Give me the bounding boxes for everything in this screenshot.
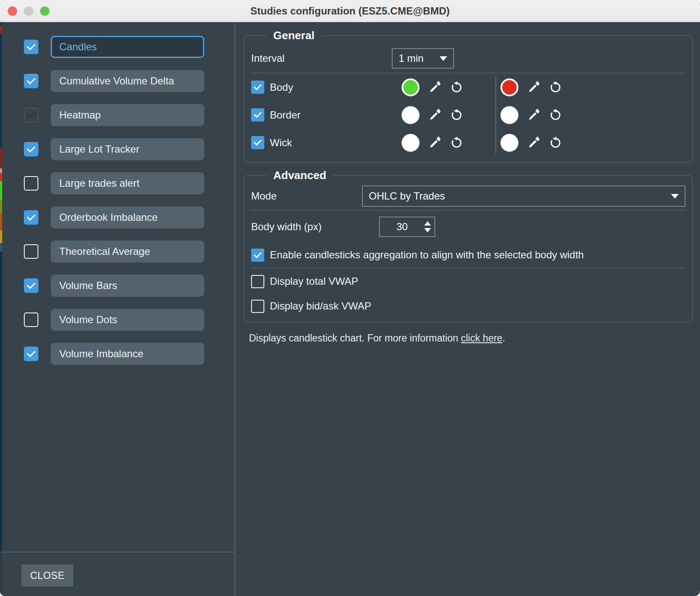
body-down-color-row (500, 73, 594, 101)
up-color-column (397, 73, 495, 156)
interval-row: Interval 1 min (251, 42, 686, 73)
bidask-vwap-label: Display bid/ask VWAP (270, 300, 371, 312)
body-toggle-row: Body (251, 73, 397, 101)
down-color-column (496, 73, 594, 156)
reset-icon[interactable] (450, 109, 463, 122)
study-checkbox-theoretical-average[interactable] (24, 244, 38, 259)
stepper-up-icon[interactable] (424, 221, 431, 226)
aggregation-checkbox[interactable] (251, 249, 264, 262)
study-checkbox-large-trades-alert[interactable] (24, 176, 38, 191)
studies-sidebar: Candles Cumulative Volume Delta Heatmap … (0, 22, 235, 596)
sidebar-item-cumulative-volume-delta[interactable]: Cumulative Volume Delta (51, 70, 204, 92)
study-row-heatmap: Heatmap (0, 104, 234, 126)
background-chart-sliver (0, 22, 2, 596)
study-row-large-lot-tracker: Large Lot Tracker (0, 138, 234, 160)
study-row-volume-imbalance: Volume Imbalance (0, 343, 234, 365)
study-checkbox-candles[interactable] (24, 40, 38, 54)
description-text: Displays candlestick chart. For more inf… (249, 333, 461, 344)
eyedropper-icon[interactable] (527, 136, 540, 149)
total-vwap-checkbox[interactable] (251, 275, 264, 288)
titlebar: Studies configuration (ESZ5.CME@BMD) (0, 0, 700, 22)
chevron-down-icon (671, 194, 679, 199)
wick-checkbox[interactable] (251, 136, 264, 149)
bidask-vwap-row: Display bid/ask VWAP (251, 294, 686, 318)
eyedropper-icon[interactable] (527, 109, 540, 122)
aggregation-label: Enable candlesticks aggregation to align… (270, 249, 584, 261)
stepper-down-icon[interactable] (424, 228, 431, 232)
body-down-color-swatch[interactable] (500, 78, 518, 96)
study-row-volume-dots: Volume Dots (0, 309, 234, 331)
stepper-arrows (424, 221, 431, 232)
study-row-cumulative-volume-delta: Cumulative Volume Delta (0, 70, 234, 92)
total-vwap-label: Display total VWAP (270, 275, 358, 287)
reset-icon[interactable] (450, 81, 463, 94)
close-button[interactable]: CLOSE (21, 564, 73, 587)
body-width-stepper[interactable]: 30 (379, 217, 435, 237)
click-here-link[interactable]: click here (461, 333, 502, 344)
border-up-color-swatch[interactable] (402, 106, 419, 124)
sidebar-item-orderbook-imbalance[interactable]: Orderbook Imbalance (51, 206, 204, 229)
study-settings-panel: General Interval 1 min Body (235, 22, 700, 596)
sidebar-item-volume-imbalance[interactable]: Volume Imbalance (51, 343, 204, 365)
sidebar-footer: CLOSE (0, 552, 234, 596)
sidebar-item-volume-dots[interactable]: Volume Dots (51, 309, 204, 331)
studies-configuration-dialog: Studies configuration (ESZ5.CME@BMD) Can… (0, 0, 700, 596)
general-section: General Interval 1 min Body (244, 29, 693, 163)
reset-icon[interactable] (549, 81, 562, 94)
eyedropper-icon[interactable] (428, 81, 441, 94)
chevron-down-icon (440, 56, 447, 61)
reset-icon[interactable] (549, 109, 562, 122)
study-row-large-trades-alert: Large trades alert (0, 172, 234, 194)
study-checkbox-large-lot-tracker[interactable] (24, 142, 38, 156)
study-row-orderbook-imbalance: Orderbook Imbalance (0, 206, 234, 229)
sidebar-item-large-trades-alert[interactable]: Large trades alert (51, 172, 204, 194)
body-label: Body (270, 81, 293, 93)
aggregation-row: Enable candlesticks aggregation to align… (251, 243, 686, 267)
sidebar-item-candles[interactable]: Candles (51, 36, 204, 58)
study-description: Displays candlestick chart. For more inf… (249, 333, 693, 344)
wick-up-color-swatch[interactable] (402, 134, 419, 152)
body-checkbox[interactable] (251, 81, 264, 94)
study-checkbox-orderbook-imbalance[interactable] (24, 210, 38, 225)
mode-dropdown[interactable]: OHLC by Trades (362, 185, 686, 207)
border-up-color-row (402, 101, 495, 129)
reset-icon[interactable] (450, 136, 463, 149)
border-down-color-swatch[interactable] (500, 106, 518, 124)
interval-label: Interval (251, 52, 392, 64)
reset-icon[interactable] (549, 136, 562, 149)
general-section-title: General (266, 29, 321, 42)
eyedropper-icon[interactable] (428, 136, 441, 149)
studies-list: Candles Cumulative Volume Delta Heatmap … (0, 22, 234, 552)
body-width-value: 30 (380, 221, 424, 233)
border-checkbox[interactable] (251, 108, 264, 122)
sidebar-item-theoretical-average[interactable]: Theoretical Average (51, 240, 204, 263)
study-checkbox-volume-dots[interactable] (24, 312, 38, 327)
advanced-separator-2 (251, 268, 686, 268)
study-row-volume-bars: Volume Bars (0, 275, 234, 297)
wick-toggle-row: Wick (251, 129, 397, 156)
study-checkbox-volume-imbalance[interactable] (24, 347, 38, 361)
eyedropper-icon[interactable] (527, 81, 540, 94)
study-checkbox-cumulative-volume-delta[interactable] (24, 74, 38, 88)
eyedropper-icon[interactable] (428, 109, 441, 122)
candle-colors-block: Body Border Wick (251, 73, 686, 156)
color-row-labels: Body Border Wick (251, 73, 397, 156)
body-up-color-row (402, 73, 495, 101)
study-row-theoretical-average: Theoretical Average (0, 240, 234, 263)
wick-down-color-swatch[interactable] (500, 134, 518, 152)
sidebar-item-volume-bars[interactable]: Volume Bars (51, 275, 204, 297)
study-checkbox-volume-bars[interactable] (24, 278, 38, 293)
sidebar-item-heatmap[interactable]: Heatmap (51, 104, 204, 126)
sidebar-item-large-lot-tracker[interactable]: Large Lot Tracker (51, 138, 204, 160)
interval-dropdown[interactable]: 1 min (392, 48, 454, 69)
body-up-color-swatch[interactable] (402, 78, 419, 96)
bidask-vwap-checkbox[interactable] (251, 300, 264, 313)
border-down-color-row (500, 101, 594, 129)
description-suffix: . (502, 333, 505, 344)
study-row-candles: Candles (0, 36, 234, 58)
advanced-section-title: Advanced (266, 169, 333, 182)
study-checkbox-heatmap[interactable] (24, 108, 38, 122)
border-label: Border (270, 109, 301, 121)
wick-label: Wick (270, 137, 292, 149)
mode-row: Mode OHLC by Trades (251, 182, 686, 210)
